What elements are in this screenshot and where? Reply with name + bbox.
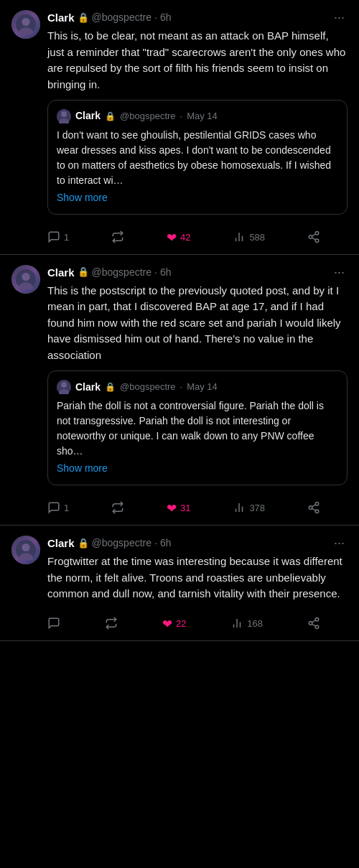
quote-1-avatar [57,109,71,123]
tweet-1-user-info: Clark 🔒 @bogspectre · 6h [47,10,171,25]
quote-1-dot: · [180,110,183,123]
views-button-3[interactable]: 168 [230,617,263,632]
share-icon-3 [307,617,320,632]
tweet-1-handle: @bogspectre [92,11,151,25]
tweet-2-time: 6h [160,266,172,280]
svg-point-24 [309,506,312,510]
quote-2-header: Clark 🔒 @bogspectre · May 14 [57,380,338,394]
avatar-2 [11,265,40,294]
tweet-2-user-info: Clark 🔒 @bogspectre · 6h [47,265,171,280]
svg-line-37 [312,624,315,626]
tweet-2-quote[interactable]: Clark 🔒 @bogspectre · May 14 Pariah the … [47,370,348,485]
svg-point-34 [315,617,319,621]
svg-point-25 [315,510,319,513]
svg-line-38 [312,620,315,622]
like-count-2: 31 [180,502,190,515]
more-options-button-3[interactable]: ··· [331,534,348,552]
avatar [11,10,40,39]
tweet-3-left [11,534,47,640]
reply-button-2[interactable]: 1 [47,501,69,516]
dot: · [154,11,157,25]
views-icon [233,230,246,246]
tweet-1-header: Clark 🔒 @bogspectre · 6h ··· [47,9,348,27]
svg-point-4 [61,111,67,117]
retweet-icon-2 [111,501,124,516]
quote-2-time: May 14 [187,381,218,393]
quote-1-time: May 14 [187,110,218,123]
show-more-button-2[interactable]: Show more [57,462,338,476]
tweet-3-actions: ❤ 22 168 [47,610,320,640]
reply-button-3[interactable] [47,617,60,632]
tweet-1-left [11,9,47,254]
svg-line-27 [312,505,315,507]
tweet-1-text: This is, to be clear, not meant as an at… [47,28,348,93]
retweet-button-1[interactable] [111,230,124,246]
quote-2-dot: · [180,381,183,393]
quote-1-text: I don't want to see ghoulish, pestilenti… [57,128,338,188]
share-button-2[interactable] [307,501,320,516]
like-button-3[interactable]: ❤ 22 [162,617,186,630]
views-button-1[interactable]: 588 [233,230,265,246]
views-button-2[interactable]: 378 [233,501,265,516]
lock-icon-3: 🔒 [78,537,89,550]
svg-point-18 [61,382,67,388]
tweet-1-time: 6h [160,11,172,25]
reply-button-1[interactable]: 1 [47,230,69,246]
svg-point-29 [22,543,29,551]
reply-count-1: 1 [64,231,69,244]
heart-icon: ❤ [167,232,177,244]
quote-2-handle: @bogspectre [120,381,176,393]
quote-2-avatar [57,380,71,394]
views-icon-2 [233,501,246,516]
reply-icon-3 [47,617,60,632]
like-button-1[interactable]: ❤ 42 [167,231,190,244]
svg-line-26 [312,508,315,510]
show-more-button-1[interactable]: Show more [57,191,338,205]
tweet-3-handle: @bogspectre [92,536,151,551]
tweet-3-time: 6h [160,536,172,551]
like-button-2[interactable]: ❤ 31 [167,502,190,515]
svg-point-23 [315,503,319,506]
tweet-1: Clark 🔒 @bogspectre · 6h ··· This is, to… [0,0,359,255]
tweet-2-text: This is the postscript to the previously… [47,283,348,364]
svg-line-12 [312,238,315,240]
share-icon [307,230,320,246]
svg-point-15 [22,273,29,281]
quote-2-lock: 🔒 [105,381,116,393]
svg-line-13 [312,234,315,236]
tweet-2-actions: 1 ❤ 31 [47,494,320,525]
quote-2-text: Pariah the doll is not a controversial f… [57,398,338,459]
retweet-button-3[interactable] [105,617,118,632]
share-icon-2 [307,501,320,516]
svg-point-10 [309,235,312,239]
share-button-1[interactable] [307,230,320,246]
share-button-3[interactable] [307,617,320,632]
tweet-2-header: Clark 🔒 @bogspectre · 6h ··· [47,263,348,281]
quote-1-handle: @bogspectre [120,110,176,123]
dot-2: · [154,266,157,280]
views-icon-3 [230,617,243,632]
quote-1-username: Clark [75,109,101,123]
views-count-1: 588 [249,231,265,244]
retweet-button-2[interactable] [111,501,124,516]
heart-icon-3: ❤ [162,618,172,630]
reply-icon-2 [47,501,60,516]
svg-point-35 [309,622,312,625]
lock-icon: 🔒 [78,11,89,24]
svg-point-9 [315,231,319,235]
more-options-button[interactable]: ··· [331,9,348,27]
tweet-1-actions: 1 ❤ 42 [47,223,320,254]
svg-point-11 [315,239,319,243]
avatar-3 [11,536,40,564]
reply-icon [47,230,60,246]
tweet-1-quote[interactable]: Clark 🔒 @bogspectre · May 14 I don't wan… [47,100,348,215]
views-count-3: 168 [247,617,263,630]
more-options-button-2[interactable]: ··· [331,263,348,281]
like-count-1: 42 [180,231,190,244]
tweet-2-body: Clark 🔒 @bogspectre · 6h ··· This is the… [47,263,348,525]
reply-count-2: 1 [64,502,69,515]
tweet-3: Clark 🔒 @bogspectre · 6h ··· Frogtwitter… [0,526,359,641]
tweet-1-username: Clark [47,10,75,25]
tweet-2-handle: @bogspectre [92,266,151,280]
tweet-3-body: Clark 🔒 @bogspectre · 6h ··· Frogtwitter… [47,534,348,640]
